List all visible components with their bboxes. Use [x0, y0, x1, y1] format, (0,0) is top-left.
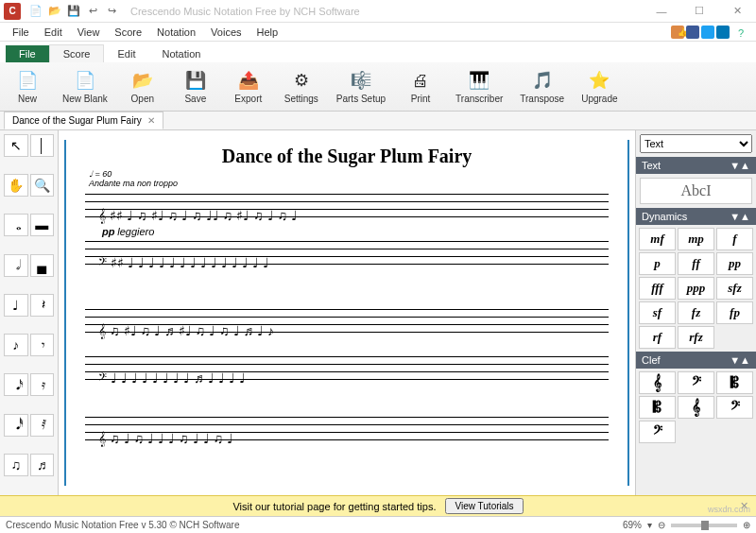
clef-bass-8[interactable]: 𝄢 — [716, 396, 753, 419]
quarter-rest-tool[interactable]: 𝄽 — [30, 294, 55, 317]
ribbon-tab-edit[interactable]: Edit — [104, 45, 148, 62]
staff-3-treble[interactable]: 𝄞♫♩♫♩♩♩♫♩♩♫♩ — [85, 417, 609, 460]
dynamic-fz[interactable]: fz — [678, 301, 714, 324]
document-tab[interactable]: Dance of the Sugar Plum Fairy ✕ — [4, 112, 163, 129]
menu-score[interactable]: Score — [108, 25, 148, 40]
clef-tenor[interactable]: 𝄡 — [639, 396, 676, 419]
text-sample[interactable]: AbcI — [640, 178, 752, 204]
toolbar-new-button[interactable]: 📄New — [9, 66, 45, 107]
half-note-tool[interactable]: 𝅗𝅥 — [4, 254, 28, 277]
text-section-header[interactable]: Text▼▲ — [636, 157, 756, 174]
save-icon: 💾 — [184, 69, 207, 92]
toolbar-export-button[interactable]: 📤Export — [231, 66, 266, 107]
sixteenth-rest-tool[interactable]: 𝄿 — [30, 373, 55, 396]
right-dropdown[interactable]: Text — [640, 134, 752, 153]
zoom-in-button[interactable]: ⊕ — [743, 520, 750, 530]
dynamic-fp[interactable]: fp — [716, 301, 753, 324]
whole-rest-tool[interactable]: ▬ — [30, 214, 55, 236]
transpose-icon: 🎵 — [531, 69, 554, 92]
dynamic-sfz[interactable]: sfz — [716, 277, 753, 300]
ribbon-tab-file[interactable]: File — [6, 45, 49, 62]
dynamic-f[interactable]: f — [716, 228, 753, 250]
dynamic-rf[interactable]: rf — [639, 326, 676, 349]
eighth-rest-tool[interactable]: 𝄾 — [30, 334, 55, 356]
clef-section-header[interactable]: Clef▼▲ — [636, 352, 756, 369]
dynamic-fff[interactable]: fff — [639, 277, 676, 300]
eighth-note-tool[interactable]: ♪ — [4, 334, 28, 356]
clef-treble-8[interactable]: 𝄞 — [678, 396, 714, 419]
toolbar-open-button[interactable]: 📂Open — [125, 66, 161, 107]
watermark: wsxdn.com — [708, 505, 750, 514]
zoom-slider[interactable] — [671, 524, 737, 527]
close-button[interactable]: ✕ — [718, 0, 756, 23]
like-icon[interactable]: 👍 — [671, 26, 684, 39]
toolbar-transpose-button[interactable]: 🎵Transpose — [520, 66, 564, 107]
chord-tool[interactable]: ♬ — [30, 454, 55, 476]
qat-redo-icon[interactable]: ↪ — [104, 4, 119, 19]
minimize-button[interactable]: — — [643, 0, 680, 23]
toolbar-parts-button[interactable]: 🎼Parts Setup — [336, 66, 386, 107]
zoom-slider-thumb[interactable] — [701, 521, 709, 530]
maximize-button[interactable]: ☐ — [680, 0, 718, 23]
qat-open-icon[interactable]: 📂 — [47, 4, 62, 19]
help-icon[interactable]: ? — [731, 26, 745, 39]
toolbar-print-button[interactable]: 🖨Print — [403, 66, 438, 107]
staff-1-treble[interactable]: ♩ = 60Andante ma non troppo 𝄞♯♯♩♫♯♩♫♩♫♩♩… — [85, 194, 609, 237]
ribbon-tab-score[interactable]: Score — [49, 44, 105, 62]
thirtysecond-rest-tool[interactable]: 𝅀 — [30, 414, 55, 437]
menu-edit[interactable]: Edit — [38, 25, 69, 40]
toolbar-upgrade-button[interactable]: ⭐Upgrade — [581, 66, 617, 107]
clef-bass[interactable]: 𝄢 — [678, 371, 714, 394]
clef-alto[interactable]: 𝄡 — [716, 371, 753, 394]
dynamic-mf[interactable]: mf — [639, 228, 676, 250]
twitter-icon[interactable] — [701, 26, 714, 39]
linkedin-icon[interactable] — [716, 26, 730, 39]
cursor-tool[interactable]: ↖ — [4, 134, 28, 157]
clef-treble[interactable]: 𝄞 — [639, 371, 676, 394]
toolbar-settings-button[interactable]: ⚙Settings — [284, 66, 319, 107]
zoom-controls: 69% ▾ ⊖ ⊕ — [623, 520, 750, 530]
staff-2-bass[interactable]: 𝄢♩♩♩♩♩♩♩♩♬♩♩♩♩ — [85, 356, 609, 400]
dynamic-p[interactable]: p — [639, 252, 676, 275]
zoom-dropdown-icon[interactable]: ▾ — [647, 520, 652, 530]
menu-view[interactable]: View — [71, 25, 107, 40]
score-canvas[interactable]: Dance of the Sugar Plum Fairy ♩ = 60Anda… — [59, 130, 635, 495]
toolbar-save-button[interactable]: 💾Save — [178, 66, 214, 107]
menu-voices[interactable]: Voices — [204, 25, 248, 40]
close-tab-icon[interactable]: ✕ — [147, 115, 155, 126]
toolbar: 📄New 📄New Blank 📂Open 💾Save 📤Export ⚙Set… — [0, 62, 756, 112]
dynamic-ff[interactable]: ff — [678, 252, 714, 275]
dynamic-ppp[interactable]: ppp — [678, 277, 714, 300]
ribbon-tab-notation[interactable]: Notation — [148, 45, 214, 62]
thirtysecond-note-tool[interactable]: 𝅘𝅥𝅰 — [4, 414, 28, 437]
bar-tool[interactable]: │ — [30, 134, 55, 157]
zoom-out-button[interactable]: ⊖ — [658, 520, 665, 530]
qat-save-icon[interactable]: 💾 — [66, 4, 81, 19]
staff-2-treble[interactable]: 𝄞♫♯♩♫♩♬♯♩♫♩♫♩♬♩♪ — [85, 309, 609, 352]
hand-tool[interactable]: ✋ — [4, 174, 28, 197]
sixteenth-note-tool[interactable]: 𝅘𝅥𝅯 — [4, 373, 28, 396]
dynamic-mp[interactable]: mp — [678, 228, 714, 250]
staff-1-bass[interactable]: 𝄢♯♯♩♩♩♩♩♩♩♩♩♩♩♩♩♩ — [85, 241, 609, 284]
half-rest-tool[interactable]: ▄ — [30, 254, 55, 277]
dynamics-section-header[interactable]: Dynamics▼▲ — [636, 208, 756, 225]
menu-file[interactable]: File — [6, 25, 36, 40]
menu-notation[interactable]: Notation — [150, 25, 202, 40]
menu-bar: File Edit View Score Notation Voices Hel… — [0, 23, 756, 42]
dynamic-pp[interactable]: pp — [716, 252, 753, 275]
dynamic-rfz[interactable]: rfz — [678, 326, 714, 349]
qat-undo-icon[interactable]: ↩ — [85, 4, 100, 19]
toolbar-transcriber-button[interactable]: 🎹Transcriber — [455, 66, 503, 107]
dynamics-palette: mf mp f p ff pp fff ppp sfz sf fz fp rf … — [636, 225, 756, 352]
whole-note-tool[interactable]: 𝅝 — [4, 214, 28, 236]
dynamic-sf[interactable]: sf — [639, 301, 676, 324]
beam-tool[interactable]: ♫ — [4, 454, 28, 476]
facebook-icon[interactable] — [686, 26, 699, 39]
toolbar-new-blank-button[interactable]: 📄New Blank — [62, 66, 108, 107]
quarter-note-tool[interactable]: ♩ — [4, 294, 28, 317]
zoom-tool[interactable]: 🔍 — [30, 174, 55, 197]
clef-percussion[interactable]: 𝄢 — [639, 421, 676, 443]
menu-help[interactable]: Help — [250, 25, 285, 40]
qat-new-icon[interactable]: 📄 — [28, 4, 43, 19]
view-tutorials-button[interactable]: View Tutorials — [445, 498, 523, 514]
